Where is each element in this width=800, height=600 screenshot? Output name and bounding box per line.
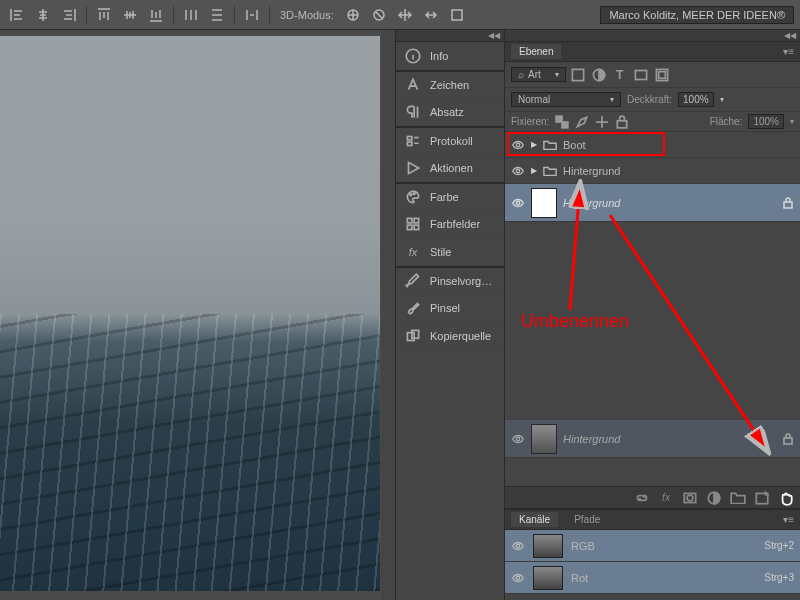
- lock-all-icon[interactable]: [615, 115, 629, 129]
- clone-icon: [404, 327, 422, 345]
- canvas-area: [0, 30, 395, 600]
- filter-shape-icon[interactable]: [632, 66, 650, 84]
- link-layers-icon[interactable]: [634, 490, 650, 506]
- layer-name[interactable]: Boot: [563, 139, 586, 151]
- svg-rect-10: [407, 225, 412, 230]
- panel-character[interactable]: Zeichen: [396, 70, 504, 98]
- visibility-icon[interactable]: [511, 571, 525, 585]
- blend-mode-dropdown[interactable]: Normal▾: [511, 92, 621, 107]
- distribute-h-icon[interactable]: [180, 4, 202, 26]
- panel-brush-presets[interactable]: Pinselvorga...: [396, 266, 504, 294]
- filter-pixel-icon[interactable]: [569, 66, 587, 84]
- layer-background[interactable]: Hintergrund: [505, 184, 800, 222]
- panel-swatches[interactable]: Farbfelder: [396, 210, 504, 238]
- align-top-icon[interactable]: [93, 4, 115, 26]
- collapse-handle[interactable]: ◀◀: [396, 30, 504, 42]
- grab-cursor-icon: [778, 490, 794, 506]
- layers-tab[interactable]: Ebenen: [511, 44, 561, 59]
- right-dock: ◀◀ Ebenen ▾≡ ⌕Art▾ T Normal▾ Deckkraft: …: [505, 30, 800, 600]
- svg-point-29: [687, 495, 693, 501]
- fill-label: Fläche:: [710, 116, 743, 127]
- channel-name: RGB: [571, 540, 595, 552]
- panel-brushes[interactable]: Pinsel: [396, 294, 504, 322]
- opacity-scrubber[interactable]: ▾: [720, 95, 724, 104]
- filter-smart-icon[interactable]: [653, 66, 671, 84]
- layer-thumbnail: [531, 424, 557, 454]
- svg-rect-4: [407, 136, 412, 139]
- vertical-scrollbar[interactable]: [381, 30, 395, 600]
- brush-presets-icon: [404, 272, 422, 290]
- filter-adjustment-icon[interactable]: [590, 66, 608, 84]
- 3d-roll-icon[interactable]: [368, 4, 390, 26]
- new-layer-icon[interactable]: [754, 490, 770, 506]
- svg-rect-14: [572, 69, 583, 80]
- lock-position-icon[interactable]: [595, 115, 609, 129]
- layer-dragged[interactable]: Hintergrund: [505, 420, 800, 458]
- svg-rect-11: [414, 225, 419, 230]
- layer-name[interactable]: Hintergrund: [563, 165, 620, 177]
- fill-scrubber[interactable]: ▾: [790, 117, 794, 126]
- layer-name[interactable]: Hintergrund: [563, 197, 620, 209]
- expand-arrow-icon[interactable]: ▶: [531, 140, 537, 149]
- lock-transparency-icon[interactable]: [555, 115, 569, 129]
- svg-rect-2: [452, 10, 462, 20]
- 3d-pan-icon[interactable]: [394, 4, 416, 26]
- filter-kind-dropdown[interactable]: ⌕Art▾: [511, 67, 566, 82]
- panel-menu-icon[interactable]: ▾≡: [783, 514, 794, 525]
- user-info[interactable]: Marco Kolditz, MEER DER IDEEN®: [600, 6, 794, 24]
- lock-icon: [782, 197, 794, 209]
- layer-mask-icon[interactable]: [682, 490, 698, 506]
- 3d-rotate-icon[interactable]: [342, 4, 364, 26]
- history-icon: [404, 132, 422, 150]
- panel-actions[interactable]: Aktionen: [396, 154, 504, 182]
- svg-rect-13: [412, 330, 419, 338]
- layers-filter-row: ⌕Art▾ T: [505, 62, 800, 88]
- svg-rect-25: [784, 202, 792, 208]
- panel-paragraph[interactable]: Absatz: [396, 98, 504, 126]
- layers-panel-header: Ebenen ▾≡: [505, 42, 800, 62]
- new-group-icon[interactable]: [730, 490, 746, 506]
- layer-group-hintergrund[interactable]: ▶ Hintergrund: [505, 158, 800, 184]
- channels-tab[interactable]: Kanäle: [511, 512, 558, 527]
- panel-color[interactable]: Farbe: [396, 182, 504, 210]
- channels-header: Kanäle Pfade ▾≡: [505, 510, 800, 530]
- visibility-icon[interactable]: [511, 164, 525, 178]
- expand-arrow-icon[interactable]: ▶: [531, 166, 537, 175]
- channel-rgb[interactable]: RGB Strg+2: [505, 530, 800, 562]
- distribute-spacing-icon[interactable]: [241, 4, 263, 26]
- lock-pixels-icon[interactable]: [575, 115, 589, 129]
- channel-rot[interactable]: Rot Strg+3: [505, 562, 800, 594]
- collapse-handle-right[interactable]: ◀◀: [505, 30, 800, 42]
- align-middle-icon[interactable]: [119, 4, 141, 26]
- panel-menu-icon[interactable]: ▾≡: [783, 46, 794, 57]
- visibility-icon[interactable]: [511, 196, 525, 210]
- 3d-scale-icon[interactable]: [446, 4, 468, 26]
- svg-rect-20: [562, 122, 568, 128]
- layer-group-boot[interactable]: ▶ Boot: [505, 132, 800, 158]
- adjustment-layer-icon[interactable]: [706, 490, 722, 506]
- 3d-slide-icon[interactable]: [420, 4, 442, 26]
- panel-clone-source[interactable]: Kopierquelle: [396, 322, 504, 350]
- visibility-icon[interactable]: [511, 138, 525, 152]
- visibility-icon[interactable]: [511, 539, 525, 553]
- panel-history[interactable]: Protokoll: [396, 126, 504, 154]
- layer-fx-icon[interactable]: fx: [658, 490, 674, 506]
- visibility-icon: [511, 432, 525, 446]
- align-bottom-icon[interactable]: [145, 4, 167, 26]
- blend-opacity-row: Normal▾ Deckkraft: 100% ▾: [505, 88, 800, 112]
- paths-tab[interactable]: Pfade: [566, 512, 608, 527]
- filter-type-icon[interactable]: T: [611, 66, 629, 84]
- align-left-icon[interactable]: [6, 4, 28, 26]
- opacity-input[interactable]: 100%: [678, 92, 714, 107]
- document-canvas[interactable]: [0, 36, 380, 591]
- distribute-v-icon[interactable]: [206, 4, 228, 26]
- panel-info[interactable]: Info: [396, 42, 504, 70]
- svg-rect-21: [618, 120, 627, 127]
- panel-styles[interactable]: fxStile: [396, 238, 504, 266]
- lock-row: Fixieren: Fläche: 100% ▾: [505, 112, 800, 132]
- align-right-icon[interactable]: [58, 4, 80, 26]
- fill-input[interactable]: 100%: [748, 114, 784, 129]
- character-icon: [404, 76, 422, 94]
- align-center-icon[interactable]: [32, 4, 54, 26]
- layer-thumbnail[interactable]: [531, 188, 557, 218]
